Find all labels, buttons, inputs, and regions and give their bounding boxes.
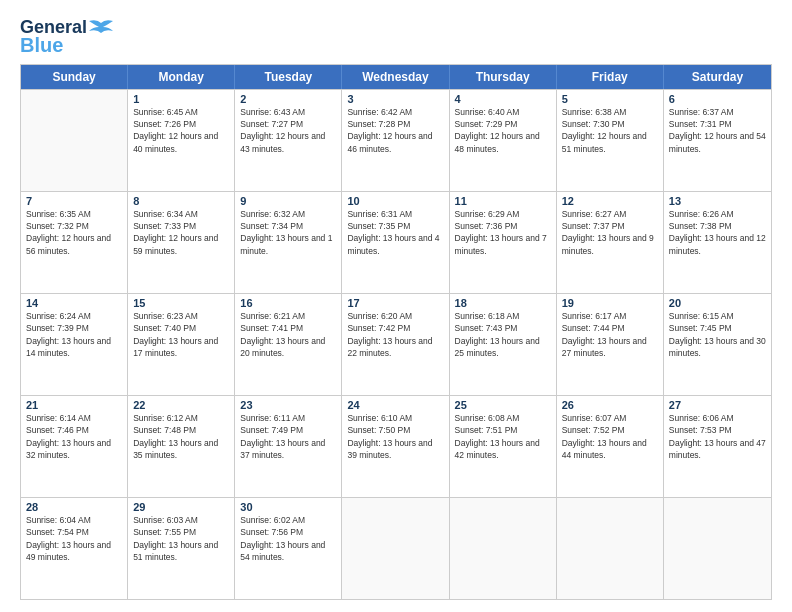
calendar-cell: 22Sunrise: 6:12 AMSunset: 7:48 PMDayligh…	[128, 396, 235, 497]
cell-info-line: Daylight: 13 hours and 20 minutes.	[240, 335, 336, 360]
cell-info-line: Sunset: 7:48 PM	[133, 424, 229, 436]
cell-info-line: Sunrise: 6:26 AM	[669, 208, 766, 220]
cell-info-line: Daylight: 13 hours and 47 minutes.	[669, 437, 766, 462]
cell-info-line: Daylight: 13 hours and 7 minutes.	[455, 232, 551, 257]
day-number: 9	[240, 195, 336, 207]
cell-info-line: Daylight: 13 hours and 14 minutes.	[26, 335, 122, 360]
cell-info-line: Daylight: 13 hours and 1 minute.	[240, 232, 336, 257]
cell-info-line: Sunset: 7:44 PM	[562, 322, 658, 334]
day-number: 25	[455, 399, 551, 411]
day-number: 7	[26, 195, 122, 207]
cell-info-line: Sunrise: 6:03 AM	[133, 514, 229, 526]
calendar-cell	[664, 498, 771, 599]
cell-info-line: Sunrise: 6:02 AM	[240, 514, 336, 526]
cell-info-line: Sunrise: 6:04 AM	[26, 514, 122, 526]
cell-info-line: Sunrise: 6:34 AM	[133, 208, 229, 220]
cell-info-line: Sunset: 7:43 PM	[455, 322, 551, 334]
calendar-cell: 23Sunrise: 6:11 AMSunset: 7:49 PMDayligh…	[235, 396, 342, 497]
day-number: 8	[133, 195, 229, 207]
header-day-wednesday: Wednesday	[342, 65, 449, 89]
cell-info-line: Sunset: 7:50 PM	[347, 424, 443, 436]
calendar-cell: 27Sunrise: 6:06 AMSunset: 7:53 PMDayligh…	[664, 396, 771, 497]
cell-info-line: Sunrise: 6:11 AM	[240, 412, 336, 424]
cell-info-line: Sunrise: 6:40 AM	[455, 106, 551, 118]
cell-info-line: Sunset: 7:29 PM	[455, 118, 551, 130]
calendar-cell: 12Sunrise: 6:27 AMSunset: 7:37 PMDayligh…	[557, 192, 664, 293]
cell-info-line: Sunrise: 6:24 AM	[26, 310, 122, 322]
cell-info-line: Sunrise: 6:17 AM	[562, 310, 658, 322]
page: General Blue SundayMondayTuesdayWednesda…	[0, 0, 792, 612]
header-day-sunday: Sunday	[21, 65, 128, 89]
calendar-cell: 14Sunrise: 6:24 AMSunset: 7:39 PMDayligh…	[21, 294, 128, 395]
day-number: 3	[347, 93, 443, 105]
day-number: 22	[133, 399, 229, 411]
logo: General Blue	[20, 18, 115, 56]
cell-info-line: Sunrise: 6:07 AM	[562, 412, 658, 424]
day-number: 26	[562, 399, 658, 411]
cell-info-line: Daylight: 13 hours and 32 minutes.	[26, 437, 122, 462]
calendar-cell: 3Sunrise: 6:42 AMSunset: 7:28 PMDaylight…	[342, 90, 449, 191]
cell-info-line: Sunset: 7:49 PM	[240, 424, 336, 436]
cell-info-line: Daylight: 12 hours and 46 minutes.	[347, 130, 443, 155]
calendar-cell: 10Sunrise: 6:31 AMSunset: 7:35 PMDayligh…	[342, 192, 449, 293]
cell-info-line: Daylight: 12 hours and 40 minutes.	[133, 130, 229, 155]
cell-info-line: Sunrise: 6:43 AM	[240, 106, 336, 118]
cell-info-line: Sunrise: 6:12 AM	[133, 412, 229, 424]
calendar-cell: 30Sunrise: 6:02 AMSunset: 7:56 PMDayligh…	[235, 498, 342, 599]
calendar-cell: 15Sunrise: 6:23 AMSunset: 7:40 PMDayligh…	[128, 294, 235, 395]
day-number: 4	[455, 93, 551, 105]
cell-info-line: Sunset: 7:31 PM	[669, 118, 766, 130]
cell-info-line: Sunrise: 6:27 AM	[562, 208, 658, 220]
day-number: 30	[240, 501, 336, 513]
calendar-cell: 8Sunrise: 6:34 AMSunset: 7:33 PMDaylight…	[128, 192, 235, 293]
day-number: 19	[562, 297, 658, 309]
calendar-body: 1Sunrise: 6:45 AMSunset: 7:26 PMDaylight…	[21, 89, 771, 599]
calendar-cell: 25Sunrise: 6:08 AMSunset: 7:51 PMDayligh…	[450, 396, 557, 497]
calendar-cell: 18Sunrise: 6:18 AMSunset: 7:43 PMDayligh…	[450, 294, 557, 395]
cell-info-line: Sunrise: 6:20 AM	[347, 310, 443, 322]
cell-info-line: Sunset: 7:55 PM	[133, 526, 229, 538]
cell-info-line: Daylight: 13 hours and 17 minutes.	[133, 335, 229, 360]
cell-info-line: Daylight: 12 hours and 51 minutes.	[562, 130, 658, 155]
day-number: 14	[26, 297, 122, 309]
header-day-saturday: Saturday	[664, 65, 771, 89]
cell-info-line: Daylight: 12 hours and 43 minutes.	[240, 130, 336, 155]
calendar-cell: 24Sunrise: 6:10 AMSunset: 7:50 PMDayligh…	[342, 396, 449, 497]
cell-info-line: Daylight: 13 hours and 51 minutes.	[133, 539, 229, 564]
calendar-cell: 26Sunrise: 6:07 AMSunset: 7:52 PMDayligh…	[557, 396, 664, 497]
cell-info-line: Sunset: 7:45 PM	[669, 322, 766, 334]
calendar-cell: 21Sunrise: 6:14 AMSunset: 7:46 PMDayligh…	[21, 396, 128, 497]
day-number: 16	[240, 297, 336, 309]
cell-info-line: Daylight: 13 hours and 9 minutes.	[562, 232, 658, 257]
calendar-cell: 1Sunrise: 6:45 AMSunset: 7:26 PMDaylight…	[128, 90, 235, 191]
cell-info-line: Sunset: 7:26 PM	[133, 118, 229, 130]
calendar-row-5: 28Sunrise: 6:04 AMSunset: 7:54 PMDayligh…	[21, 497, 771, 599]
cell-info-line: Sunrise: 6:38 AM	[562, 106, 658, 118]
cell-info-line: Daylight: 13 hours and 27 minutes.	[562, 335, 658, 360]
day-number: 20	[669, 297, 766, 309]
calendar-cell: 28Sunrise: 6:04 AMSunset: 7:54 PMDayligh…	[21, 498, 128, 599]
day-number: 6	[669, 93, 766, 105]
cell-info-line: Daylight: 12 hours and 56 minutes.	[26, 232, 122, 257]
cell-info-line: Daylight: 13 hours and 35 minutes.	[133, 437, 229, 462]
day-number: 18	[455, 297, 551, 309]
cell-info-line: Daylight: 13 hours and 30 minutes.	[669, 335, 766, 360]
cell-info-line: Daylight: 13 hours and 25 minutes.	[455, 335, 551, 360]
calendar-cell: 13Sunrise: 6:26 AMSunset: 7:38 PMDayligh…	[664, 192, 771, 293]
calendar-row-3: 14Sunrise: 6:24 AMSunset: 7:39 PMDayligh…	[21, 293, 771, 395]
day-number: 1	[133, 93, 229, 105]
cell-info-line: Sunset: 7:52 PM	[562, 424, 658, 436]
logo-bird-icon	[87, 19, 115, 37]
day-number: 29	[133, 501, 229, 513]
day-number: 10	[347, 195, 443, 207]
cell-info-line: Sunrise: 6:37 AM	[669, 106, 766, 118]
cell-info-line: Sunset: 7:41 PM	[240, 322, 336, 334]
cell-info-line: Sunset: 7:54 PM	[26, 526, 122, 538]
cell-info-line: Sunrise: 6:18 AM	[455, 310, 551, 322]
cell-info-line: Sunset: 7:35 PM	[347, 220, 443, 232]
cell-info-line: Sunrise: 6:31 AM	[347, 208, 443, 220]
cell-info-line: Sunset: 7:27 PM	[240, 118, 336, 130]
cell-info-line: Daylight: 12 hours and 59 minutes.	[133, 232, 229, 257]
cell-info-line: Daylight: 13 hours and 37 minutes.	[240, 437, 336, 462]
cell-info-line: Sunrise: 6:15 AM	[669, 310, 766, 322]
